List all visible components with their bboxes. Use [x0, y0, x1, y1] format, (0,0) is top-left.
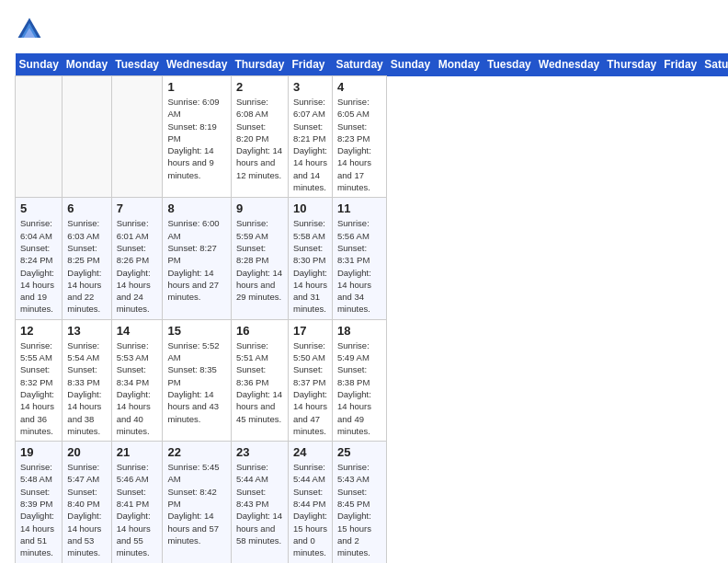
calendar-cell: 18Sunrise: 5:49 AMSunset: 8:38 PMDayligh… — [332, 319, 386, 441]
day-header-saturday: Saturday — [332, 53, 386, 76]
logo — [15, 15, 48, 44]
cell-info: Sunrise: 6:04 AMSunset: 8:24 PMDaylight:… — [20, 217, 57, 315]
day-number: 6 — [67, 201, 106, 215]
day-header-sunday: Sunday — [16, 53, 63, 76]
cell-info: Sunrise: 5:52 AMSunset: 8:35 PMDaylight:… — [167, 339, 225, 425]
cell-info: Sunrise: 5:54 AMSunset: 8:33 PMDaylight:… — [67, 339, 106, 437]
cell-info: Sunrise: 5:47 AMSunset: 8:40 PMDaylight:… — [67, 461, 106, 558]
calendar-cell: 6Sunrise: 6:03 AMSunset: 8:25 PMDaylight… — [63, 198, 111, 319]
day-number: 19 — [20, 445, 57, 459]
calendar-cell: 3Sunrise: 6:07 AMSunset: 8:21 PMDaylight… — [288, 76, 332, 198]
calendar-cell: 13Sunrise: 5:54 AMSunset: 8:33 PMDayligh… — [63, 319, 111, 441]
day-number: 4 — [337, 80, 381, 94]
day-number: 25 — [337, 445, 381, 459]
calendar-cell: 19Sunrise: 5:48 AMSunset: 8:39 PMDayligh… — [16, 442, 63, 563]
cell-info: Sunrise: 6:00 AMSunset: 8:27 PMDaylight:… — [167, 217, 225, 303]
cell-info: Sunrise: 5:50 AMSunset: 8:37 PMDaylight:… — [293, 339, 327, 437]
week-row-4: 19Sunrise: 5:48 AMSunset: 8:39 PMDayligh… — [16, 442, 729, 563]
day-header-monday: Monday — [435, 53, 483, 76]
calendar-cell: 9Sunrise: 5:59 AMSunset: 8:28 PMDaylight… — [231, 198, 288, 319]
calendar-cell: 15Sunrise: 5:52 AMSunset: 8:35 PMDayligh… — [163, 319, 231, 441]
cell-info: Sunrise: 5:51 AMSunset: 8:36 PMDaylight:… — [236, 339, 283, 425]
day-number: 10 — [293, 201, 327, 215]
calendar-cell: 22Sunrise: 5:45 AMSunset: 8:42 PMDayligh… — [163, 442, 231, 563]
day-number: 13 — [67, 324, 106, 338]
calendar-cell: 8Sunrise: 6:00 AMSunset: 8:27 PMDaylight… — [163, 198, 231, 319]
calendar-cell: 5Sunrise: 6:04 AMSunset: 8:24 PMDaylight… — [16, 198, 63, 319]
calendar-cell: 10Sunrise: 5:58 AMSunset: 8:30 PMDayligh… — [288, 198, 332, 319]
day-number: 18 — [337, 324, 381, 338]
calendar-cell: 2Sunrise: 6:08 AMSunset: 8:20 PMDaylight… — [231, 76, 288, 198]
cell-info: Sunrise: 5:55 AMSunset: 8:32 PMDaylight:… — [20, 339, 57, 437]
day-header-monday: Monday — [63, 53, 111, 76]
cell-info: Sunrise: 5:44 AMSunset: 8:44 PMDaylight:… — [293, 461, 327, 558]
calendar-cell: 17Sunrise: 5:50 AMSunset: 8:37 PMDayligh… — [288, 319, 332, 441]
logo-icon — [15, 15, 44, 44]
calendar-cell: 14Sunrise: 5:53 AMSunset: 8:34 PMDayligh… — [111, 319, 163, 441]
calendar-cell: 24Sunrise: 5:44 AMSunset: 8:44 PMDayligh… — [288, 442, 332, 563]
day-header-wednesday: Wednesday — [163, 53, 231, 76]
calendar-table: SundayMondayTuesdayWednesdayThursdayFrid… — [15, 53, 728, 563]
day-header-tuesday: Tuesday — [483, 53, 535, 76]
calendar-cell: 16Sunrise: 5:51 AMSunset: 8:36 PMDayligh… — [231, 319, 288, 441]
day-number: 2 — [236, 80, 283, 94]
day-number: 20 — [67, 445, 106, 459]
calendar-cell: 4Sunrise: 6:05 AMSunset: 8:23 PMDaylight… — [332, 76, 386, 198]
calendar-cell: 11Sunrise: 5:56 AMSunset: 8:31 PMDayligh… — [332, 198, 386, 319]
week-row-2: 5Sunrise: 6:04 AMSunset: 8:24 PMDaylight… — [16, 198, 729, 319]
day-number: 5 — [20, 201, 57, 215]
cell-info: Sunrise: 5:53 AMSunset: 8:34 PMDaylight:… — [117, 339, 158, 437]
day-header-tuesday: Tuesday — [111, 53, 163, 76]
day-number: 3 — [293, 80, 327, 94]
day-number: 9 — [236, 201, 283, 215]
calendar-cell: 1Sunrise: 6:09 AMSunset: 8:19 PMDaylight… — [163, 76, 231, 198]
calendar-cell: 23Sunrise: 5:44 AMSunset: 8:43 PMDayligh… — [231, 442, 288, 563]
cell-info: Sunrise: 5:46 AMSunset: 8:41 PMDaylight:… — [117, 461, 158, 558]
cell-info: Sunrise: 5:44 AMSunset: 8:43 PMDaylight:… — [236, 461, 283, 546]
day-number: 23 — [236, 445, 283, 459]
calendar-cell: 7Sunrise: 6:01 AMSunset: 8:26 PMDaylight… — [111, 198, 163, 319]
day-header-friday: Friday — [660, 53, 700, 76]
cell-info: Sunrise: 5:45 AMSunset: 8:42 PMDaylight:… — [167, 461, 225, 546]
day-number: 14 — [117, 324, 158, 338]
cell-info: Sunrise: 5:58 AMSunset: 8:30 PMDaylight:… — [293, 217, 327, 315]
calendar-cell: 20Sunrise: 5:47 AMSunset: 8:40 PMDayligh… — [63, 442, 111, 563]
calendar-cell — [16, 76, 63, 198]
day-number: 16 — [236, 324, 283, 338]
day-number: 7 — [117, 201, 158, 215]
calendar-cell — [63, 76, 111, 198]
cell-info: Sunrise: 5:48 AMSunset: 8:39 PMDaylight:… — [20, 461, 57, 558]
header-row: SundayMondayTuesdayWednesdayThursdayFrid… — [16, 53, 729, 76]
cell-info: Sunrise: 6:09 AMSunset: 8:19 PMDaylight:… — [167, 96, 225, 181]
day-number: 17 — [293, 324, 327, 338]
cell-info: Sunrise: 5:59 AMSunset: 8:28 PMDaylight:… — [236, 217, 283, 303]
day-header-friday: Friday — [288, 53, 332, 76]
day-header-thursday: Thursday — [231, 53, 288, 76]
calendar-cell — [111, 76, 163, 198]
cell-info: Sunrise: 6:08 AMSunset: 8:20 PMDaylight:… — [236, 96, 283, 181]
calendar-cell: 12Sunrise: 5:55 AMSunset: 8:32 PMDayligh… — [16, 319, 63, 441]
calendar-cell: 25Sunrise: 5:43 AMSunset: 8:45 PMDayligh… — [332, 442, 386, 563]
day-number: 24 — [293, 445, 327, 459]
day-header-wednesday: Wednesday — [535, 53, 603, 76]
day-number: 12 — [20, 324, 57, 338]
cell-info: Sunrise: 5:43 AMSunset: 8:45 PMDaylight:… — [337, 461, 381, 558]
cell-info: Sunrise: 6:07 AMSunset: 8:21 PMDaylight:… — [293, 96, 327, 193]
week-row-1: 1Sunrise: 6:09 AMSunset: 8:19 PMDaylight… — [16, 76, 729, 198]
cell-info: Sunrise: 5:56 AMSunset: 8:31 PMDaylight:… — [337, 217, 381, 315]
page-header — [15, 15, 713, 44]
cell-info: Sunrise: 6:05 AMSunset: 8:23 PMDaylight:… — [337, 96, 381, 193]
week-row-3: 12Sunrise: 5:55 AMSunset: 8:32 PMDayligh… — [16, 319, 729, 441]
cell-info: Sunrise: 6:01 AMSunset: 8:26 PMDaylight:… — [117, 217, 158, 315]
day-number: 15 — [167, 324, 225, 338]
day-number: 8 — [167, 201, 225, 215]
day-header-thursday: Thursday — [603, 53, 660, 76]
day-number: 22 — [167, 445, 225, 459]
day-header-sunday: Sunday — [387, 53, 435, 76]
cell-info: Sunrise: 5:49 AMSunset: 8:38 PMDaylight:… — [337, 339, 381, 437]
day-number: 21 — [117, 445, 158, 459]
day-header-saturday: Saturday — [700, 53, 728, 76]
calendar-cell: 21Sunrise: 5:46 AMSunset: 8:41 PMDayligh… — [111, 442, 163, 563]
day-number: 1 — [167, 80, 225, 94]
day-number: 11 — [337, 201, 381, 215]
